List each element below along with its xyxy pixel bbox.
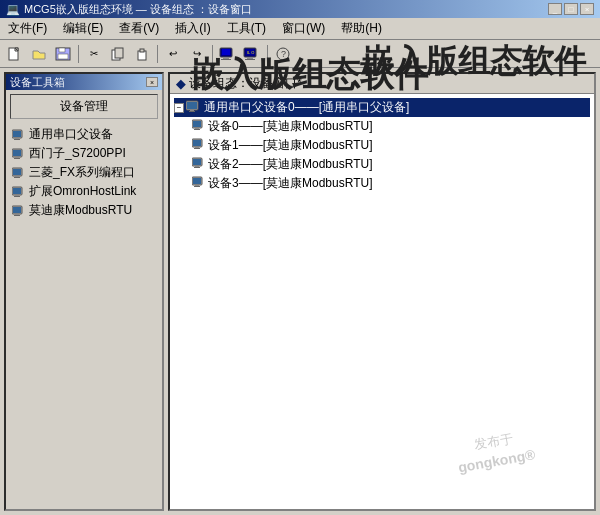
tree-node-child-0-label[interactable]: 设备0——[莫迪康ModbusRTU] bbox=[192, 117, 590, 136]
svg-rect-52 bbox=[194, 148, 200, 149]
tree-node-root: − 通用串口父设备0——[通用串口父设备] 设备0——[ bbox=[174, 98, 590, 193]
svg-rect-4 bbox=[59, 48, 65, 52]
tree-node-child-1: 设备1——[莫迪康ModbusRTU] bbox=[192, 136, 590, 155]
main-area: 嵌入版组态软件 设备工具箱 × 设备管理 通用串口父设备 西门子_S7200PP… bbox=[0, 68, 600, 515]
device-item-3[interactable]: 扩展OmronHostLink bbox=[12, 182, 156, 201]
svg-rect-5 bbox=[58, 54, 68, 59]
title-bar-controls[interactable]: _ □ × bbox=[548, 3, 594, 15]
menu-window[interactable]: 窗口(W) bbox=[278, 19, 329, 38]
svg-rect-40 bbox=[14, 215, 20, 216]
device-icon-0 bbox=[12, 129, 26, 141]
title-bar-text: MCG5嵌入版组态环境 — 设备组态 ：设备窗口 bbox=[24, 2, 252, 17]
right-panel: ◆ 设备组态：设备窗口* − 通用串口父设备0——[通用串口父设备] bbox=[168, 72, 596, 511]
device-item-0[interactable]: 通用串口父设备 bbox=[12, 125, 156, 144]
svg-rect-38 bbox=[13, 207, 21, 213]
toolbar-open-button[interactable] bbox=[28, 43, 50, 65]
device-icon-2 bbox=[12, 167, 26, 179]
svg-rect-7 bbox=[115, 48, 123, 58]
watermark-line1: 发布于 bbox=[453, 427, 533, 458]
menu-insert[interactable]: 插入(I) bbox=[171, 19, 214, 38]
svg-rect-32 bbox=[14, 177, 20, 178]
device-item-2[interactable]: 三菱_FX系列编程口 bbox=[12, 163, 156, 182]
tree-node-child-2-text: 设备2——[莫迪康ModbusRTU] bbox=[208, 156, 372, 173]
menu-tools[interactable]: 工具(T) bbox=[223, 19, 270, 38]
toolbar-monitor1-button[interactable] bbox=[217, 43, 239, 65]
device-label-4: 莫迪康ModbusRTU bbox=[29, 202, 132, 219]
tree-expand-icon-root[interactable]: − bbox=[174, 103, 184, 113]
svg-rect-46 bbox=[193, 121, 201, 127]
svg-rect-30 bbox=[13, 169, 21, 175]
svg-rect-54 bbox=[193, 159, 201, 165]
svg-rect-59 bbox=[195, 185, 199, 186]
tree-node-child-1-text: 设备1——[莫迪康ModbusRTU] bbox=[208, 137, 372, 154]
menu-view[interactable]: 查看(V) bbox=[115, 19, 163, 38]
tree-child-2-icon bbox=[192, 157, 206, 172]
watermark-line2: gongkong® bbox=[457, 446, 537, 475]
left-panel-close-button[interactable]: × bbox=[146, 77, 158, 87]
toolbar-cut-button[interactable]: ✂ bbox=[83, 43, 105, 65]
tree-node-child-2: 设备2——[莫迪康ModbusRTU] bbox=[192, 155, 590, 174]
watermark: 发布于 gongkong® bbox=[453, 427, 536, 476]
toolbar-redo-button[interactable]: ↪ bbox=[186, 43, 208, 65]
toolbar-help-button[interactable]: ? bbox=[272, 43, 294, 65]
device-list: 通用串口父设备 西门子_S7200PPI 三菱_FX系列编程口 扩展OmronH… bbox=[6, 123, 162, 509]
svg-rect-39 bbox=[15, 214, 19, 215]
close-button[interactable]: × bbox=[580, 3, 594, 15]
toolbar-sep-2 bbox=[157, 45, 158, 63]
left-panel-header: 设备管理 bbox=[10, 94, 158, 119]
svg-rect-16 bbox=[245, 59, 255, 60]
device-icon-1 bbox=[12, 148, 26, 160]
device-icon-3 bbox=[12, 186, 26, 198]
svg-rect-56 bbox=[194, 167, 200, 168]
tree-children-root: 设备0——[莫迪康ModbusRTU] 设备1——[莫迪康ModbusRTU] bbox=[192, 117, 590, 193]
toolbar-monitor2-button[interactable]: IL O bbox=[241, 43, 263, 65]
svg-rect-60 bbox=[194, 186, 200, 187]
tree-node-root-icon bbox=[186, 99, 202, 116]
tree-node-child-1-label[interactable]: 设备1——[莫迪康ModbusRTU] bbox=[192, 136, 590, 155]
svg-rect-51 bbox=[195, 147, 199, 148]
right-panel-header: ◆ 设备组态：设备窗口* bbox=[170, 74, 594, 94]
device-label-3: 扩展OmronHostLink bbox=[29, 183, 136, 200]
svg-rect-13 bbox=[222, 49, 230, 55]
svg-rect-42 bbox=[187, 102, 197, 109]
tree-child-3-icon bbox=[192, 176, 206, 191]
left-panel-title: 设备工具箱 bbox=[10, 75, 65, 90]
device-label-2: 三菱_FX系列编程口 bbox=[29, 164, 135, 181]
tree-node-child-0: 设备0——[莫迪康ModbusRTU] bbox=[192, 117, 590, 136]
device-item-1[interactable]: 西门子_S7200PPI bbox=[12, 144, 156, 163]
toolbar-sep-4 bbox=[267, 45, 268, 63]
device-label-0: 通用串口父设备 bbox=[29, 126, 113, 143]
toolbar-paste-button[interactable] bbox=[131, 43, 153, 65]
left-panel-header-label: 设备管理 bbox=[60, 99, 108, 113]
toolbar-undo-button[interactable]: ↩ bbox=[162, 43, 184, 65]
device-item-4[interactable]: 莫迪康ModbusRTU bbox=[12, 201, 156, 220]
svg-rect-55 bbox=[195, 166, 199, 167]
tree-node-child-3-text: 设备3——[莫迪康ModbusRTU] bbox=[208, 175, 372, 192]
menu-help[interactable]: 帮助(H) bbox=[337, 19, 386, 38]
svg-rect-9 bbox=[140, 49, 144, 52]
menu-bar: 文件(F) 编辑(E) 查看(V) 插入(I) 工具(T) 窗口(W) 帮助(H… bbox=[0, 18, 600, 40]
toolbar-save-button[interactable] bbox=[52, 43, 74, 65]
tree-node-child-3-label[interactable]: 设备3——[莫迪康ModbusRTU] bbox=[192, 174, 590, 193]
svg-rect-27 bbox=[15, 157, 19, 158]
menu-edit[interactable]: 编辑(E) bbox=[59, 19, 107, 38]
title-bar: 💻 MCG5嵌入版组态环境 — 设备组态 ：设备窗口 _ □ × bbox=[0, 0, 600, 18]
title-bar-icon: 💻 bbox=[6, 3, 20, 16]
tree-child-0-icon bbox=[192, 119, 206, 134]
minimize-button[interactable]: _ bbox=[548, 3, 562, 15]
tree-view: − 通用串口父设备0——[通用串口父设备] 设备0——[ bbox=[174, 98, 590, 193]
right-panel-header-icon: ◆ bbox=[176, 77, 185, 91]
tree-node-child-3: 设备3——[莫迪康ModbusRTU] bbox=[192, 174, 590, 193]
menu-file[interactable]: 文件(F) bbox=[4, 19, 51, 38]
toolbar-new-button[interactable] bbox=[4, 43, 26, 65]
tree-node-root-label[interactable]: − 通用串口父设备0——[通用串口父设备] bbox=[174, 98, 590, 117]
toolbar-copy-button[interactable] bbox=[107, 43, 129, 65]
left-panel: 设备工具箱 × 设备管理 通用串口父设备 西门子_S7200PPI bbox=[4, 72, 164, 511]
svg-rect-47 bbox=[195, 128, 199, 129]
svg-rect-48 bbox=[194, 129, 200, 130]
maximize-button[interactable]: □ bbox=[564, 3, 578, 15]
tree-node-child-2-label[interactable]: 设备2——[莫迪康ModbusRTU] bbox=[192, 155, 590, 174]
svg-text:?: ? bbox=[281, 49, 286, 59]
toolbar-sep-3 bbox=[212, 45, 213, 63]
svg-text:IL O: IL O bbox=[247, 50, 254, 55]
